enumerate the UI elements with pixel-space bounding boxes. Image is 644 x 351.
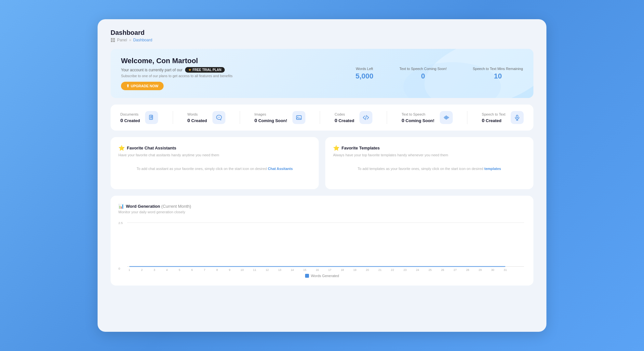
svg-text:20: 20	[366, 268, 369, 271]
documents-icon-box	[145, 111, 158, 124]
stat-card-documents-title: Documents	[120, 112, 140, 116]
stat-card-stt-title: Speech to Text	[482, 112, 505, 116]
welcome-subtitle-text: Your account is currently part of our	[121, 68, 182, 72]
grid-icon	[111, 38, 115, 42]
svg-point-7	[219, 117, 220, 118]
documents-icon	[148, 114, 155, 121]
stat-card-images-title: Images	[254, 112, 287, 116]
trial-star-icon: ★	[188, 68, 191, 72]
stat-card-words: Words 0 Created	[187, 111, 225, 124]
stat-card-codes: Codes 0 Created	[335, 111, 372, 124]
images-icon-box	[292, 111, 305, 124]
svg-text:3: 3	[154, 268, 155, 271]
svg-text:4: 4	[166, 268, 168, 271]
stat-card-tts-info: Text to Speech 0 Coming Soon!	[402, 112, 435, 123]
breadcrumb-separator: »	[129, 38, 131, 42]
tts-icon-box	[440, 111, 453, 124]
stat-card-images-info: Images 0 Coming Soon!	[254, 112, 287, 123]
favorite-templates-star-icon: ⭐	[333, 145, 340, 151]
page-header: Dashboard Panel » Dashboard	[111, 29, 533, 42]
images-icon	[296, 114, 302, 121]
words-icon-box	[212, 111, 225, 124]
welcome-left: Welcome, Con Martool Your account is cur…	[121, 57, 233, 90]
favorite-chat-empty: To add chat assitant as your favorite on…	[118, 167, 311, 171]
svg-rect-1	[151, 115, 153, 119]
chart-container: 2.5 0 1 2 3 4 5 6 7 8 9 10 11 12	[118, 219, 526, 271]
upgrade-button[interactable]: ⬆ UPGRADE NOW	[121, 82, 164, 90]
svg-text:15: 15	[303, 268, 306, 271]
svg-text:23: 23	[403, 268, 407, 271]
svg-point-5	[218, 117, 218, 118]
favorite-chat-subtitle: Have your favorite chat assitants handy …	[118, 153, 311, 157]
divider-4	[387, 111, 387, 124]
welcome-title: Welcome, Con Martool	[121, 57, 233, 65]
main-card: Dashboard Panel » Dashboard Welcome, Con…	[98, 19, 546, 332]
welcome-banner: Welcome, Con Martool Your account is cur…	[111, 49, 533, 98]
stat-card-images-suffix: Coming Soon!	[258, 118, 287, 123]
tts-icon	[443, 114, 449, 121]
divider-5	[467, 111, 467, 124]
svg-text:31: 31	[504, 268, 507, 271]
favorite-templates-link[interactable]: templates	[484, 167, 501, 171]
svg-text:14: 14	[291, 268, 294, 271]
favorite-templates-empty-text: To add templates as your favorite ones, …	[358, 167, 483, 171]
stat-card-stt: Speech to Text 0 Created	[482, 111, 524, 124]
breadcrumb-panel[interactable]: Panel	[117, 38, 127, 42]
stat-card-images-num: 0	[254, 118, 257, 123]
stat-card-documents-num: 0	[120, 118, 123, 123]
stats-row: Documents 0 Created Words	[111, 105, 533, 131]
stat-card-documents: Documents 0 Created	[120, 111, 158, 124]
svg-point-6	[219, 117, 219, 118]
svg-text:12: 12	[266, 268, 269, 271]
stat-card-stt-suffix: Created	[486, 118, 501, 123]
svg-text:18: 18	[341, 268, 344, 271]
stat-words-left-value: 5,000	[356, 72, 373, 80]
legend-label: Words Generated	[311, 274, 339, 278]
stat-card-words-count: 0 Created	[187, 118, 207, 123]
welcome-description: Subscribe to one of our plans to get acc…	[121, 74, 233, 78]
legend-dot	[305, 274, 309, 278]
favorite-chat-link[interactable]: Chat Assitants	[268, 167, 293, 171]
two-col-section: ⭐ Favorite Chat Assistants Have your fav…	[111, 137, 533, 189]
svg-text:11: 11	[253, 268, 256, 271]
svg-text:2.5: 2.5	[118, 221, 123, 225]
favorite-templates-panel: ⭐ Favorite Templates Always have your to…	[325, 137, 533, 189]
svg-text:22: 22	[391, 268, 394, 271]
svg-text:28: 28	[466, 268, 469, 271]
stat-card-codes-count: 0 Created	[335, 118, 354, 123]
breadcrumb-current: Dashboard	[133, 38, 152, 42]
stat-card-tts-num: 0	[402, 118, 404, 123]
chart-title: Word Generation (Current Month)	[126, 204, 191, 209]
stat-words-left-label: Words Left	[356, 67, 373, 71]
stat-card-tts-title: Text to Speech	[402, 112, 435, 116]
stat-card-documents-suffix: Created	[124, 118, 140, 123]
svg-text:24: 24	[416, 268, 419, 271]
stat-card-documents-info: Documents 0 Created	[120, 112, 140, 123]
chart-title-main: Word Generation	[126, 204, 160, 209]
svg-line-10	[365, 115, 366, 119]
chart-section: 📊 Word Generation (Current Month) Monito…	[111, 196, 533, 286]
stt-icon	[514, 114, 520, 121]
stat-tts: Text to Speech Coming Soon! 0	[399, 67, 447, 80]
svg-text:1: 1	[128, 268, 130, 271]
chart-subtitle: Monitor your daily word generation close…	[118, 210, 526, 214]
welcome-subtitle: Your account is currently part of our ★ …	[121, 67, 233, 73]
svg-text:30: 30	[491, 268, 494, 271]
svg-text:10: 10	[241, 268, 244, 271]
chart-legend: Words Generated	[118, 274, 526, 278]
page-title: Dashboard	[111, 29, 533, 36]
favorite-templates-title: Favorite Templates	[342, 146, 380, 150]
stat-card-codes-title: Codes	[335, 112, 354, 116]
stat-words-left: Words Left 5,000	[356, 67, 373, 80]
svg-text:9: 9	[229, 268, 230, 271]
stat-tts-label: Text to Speech Coming Soon!	[399, 67, 447, 71]
svg-text:7: 7	[204, 268, 205, 271]
divider-1	[173, 111, 173, 124]
stat-card-documents-count: 0 Created	[120, 118, 140, 123]
svg-text:0: 0	[118, 267, 120, 270]
upgrade-icon: ⬆	[126, 84, 129, 88]
divider-3	[320, 111, 320, 124]
stat-card-codes-info: Codes 0 Created	[335, 112, 354, 123]
upgrade-label: UPGRADE NOW	[131, 84, 158, 88]
chart-icon: 📊	[118, 204, 124, 209]
